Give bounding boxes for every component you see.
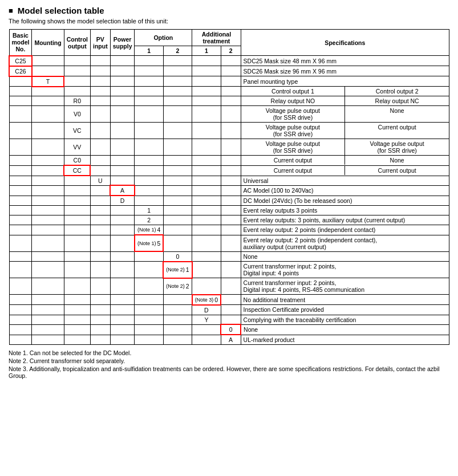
header-spec: Specifications [241,30,449,56]
table-row: VVVoltage pulse output (for SSR drive)Vo… [9,139,449,156]
table-cell: D [110,196,135,206]
table-cell [110,305,135,315]
table-cell [90,56,110,66]
note-3: Note 3. Additionally, tropicalization an… [9,365,449,379]
table-cell: T [32,76,64,87]
table-cell [192,215,221,225]
table-cell: 1 [135,206,163,215]
table-cell: A [110,185,135,196]
table-cell: (Note 2)1 [163,262,192,278]
table-row: 0None [9,251,449,262]
table-cell [110,76,135,87]
table-cell [110,123,135,139]
table-row: YComplying with the traceability certifi… [9,315,449,324]
table-cell [9,295,32,305]
table-cell [9,251,32,262]
table-cell [32,176,64,185]
table-cell [163,76,192,87]
table-cell [110,206,135,215]
table-cell: (Note 2)2 [163,278,192,295]
table-cell: 0 [221,324,241,335]
table-cell [192,139,221,156]
table-cell [110,235,135,251]
table-cell: Current outputNone [241,156,449,166]
table-cell [90,96,110,106]
table-cell: Inspection Certificate provided [241,305,449,315]
header-opt2: 2 [163,46,192,56]
table-cell [221,156,241,166]
table-cell [90,87,110,96]
table-cell [135,324,163,335]
table-cell [32,87,64,96]
table-cell [110,262,135,278]
header-additional: Additional treatment [192,30,241,46]
table-cell [9,196,32,206]
table-cell [64,225,90,235]
table-cell [9,324,32,335]
table-cell [90,185,110,196]
table-cell [64,185,90,196]
page-title: Model selection table [9,6,449,15]
table-cell [192,165,221,176]
table-cell [90,278,110,295]
table-cell [221,165,241,176]
table-cell [135,106,163,123]
table-cell [110,66,135,76]
table-cell [192,235,221,251]
table-cell [32,96,64,106]
table-cell [9,278,32,295]
table-cell [163,96,192,106]
header-add1: 1 [192,46,221,56]
table-cell: R0 [64,96,90,106]
table-cell: CC [64,165,90,176]
table-cell [32,56,64,66]
table-cell [163,315,192,324]
table-cell [221,96,241,106]
table-cell [135,156,163,166]
table-cell [110,165,135,176]
table-cell [135,139,163,156]
table-cell [135,66,163,76]
table-cell [9,235,32,251]
table-cell [64,206,90,215]
table-cell [110,176,135,185]
table-cell [192,251,221,262]
table-cell [135,87,163,96]
table-cell [32,206,64,215]
table-row: C26SDC26 Mask size 96 mm X 96 mm [9,66,449,76]
header-opt1: 1 [135,46,163,56]
table-cell [9,96,32,106]
table-cell [135,278,163,295]
table-cell: C0 [64,156,90,166]
table-cell [135,335,163,345]
table-cell [90,324,110,335]
table-cell: VC [64,123,90,139]
table-cell: C25 [9,56,32,66]
table-cell [192,185,221,196]
table-cell [32,165,64,176]
table-cell [163,235,192,251]
table-cell: Voltage pulse output (for SSR drive)None [241,106,449,123]
table-cell [110,106,135,123]
table-cell [135,262,163,278]
table-cell [9,139,32,156]
table-cell [221,225,241,235]
table-cell [221,206,241,215]
table-cell [221,251,241,262]
table-cell [90,305,110,315]
table-cell [163,156,192,166]
table-cell [90,315,110,324]
table-cell [163,106,192,123]
table-cell [163,215,192,225]
model-selection-table: Basic model No. Mounting Control output … [9,29,449,345]
table-cell [9,215,32,225]
table-cell: AC Model (100 to 240Vac) [241,185,449,196]
table-cell: (Note 3)0 [192,295,221,305]
table-cell [9,165,32,176]
table-cell [192,335,221,345]
table-cell [221,176,241,185]
table-row: C0Current outputNone [9,156,449,166]
table-cell [9,156,32,166]
header-option: Option [135,30,192,46]
table-cell [32,66,64,76]
